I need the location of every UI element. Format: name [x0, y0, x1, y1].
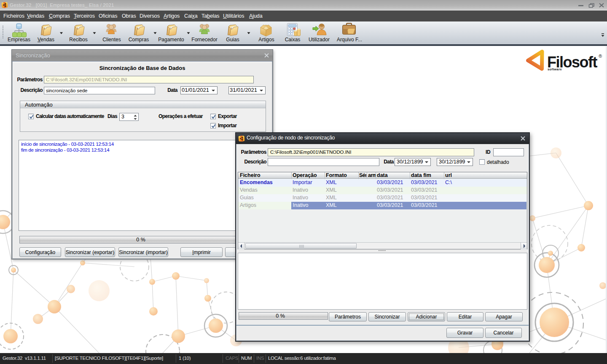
svg-text:®: ® — [599, 54, 602, 59]
svg-text:software: software — [548, 67, 562, 71]
